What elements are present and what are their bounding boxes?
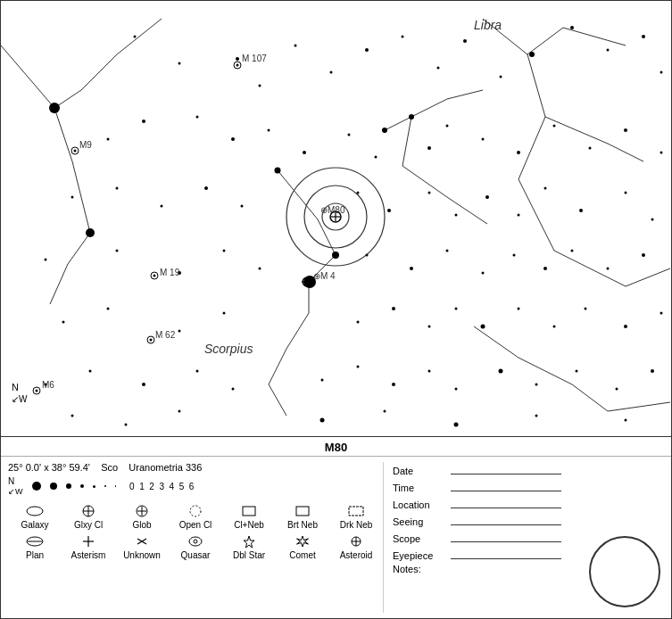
legend-quasar: Quasar	[169, 533, 222, 560]
svg-text:⊕M 4: ⊕M 4	[313, 271, 336, 281]
legend-brtneb: Brt Neb	[276, 503, 329, 530]
eyepiece-circle	[589, 536, 660, 607]
svg-line-32	[519, 358, 572, 384]
legend-comet: Comet	[276, 533, 329, 560]
svg-text:Libra: Libra	[474, 18, 502, 32]
legend-drkneb-label: Drk Neb	[340, 520, 373, 530]
svg-point-96	[579, 209, 583, 212]
svg-point-89	[357, 192, 360, 194]
comet-icon	[294, 533, 311, 549]
svg-text:M 19: M 19	[160, 268, 180, 277]
svg-point-136	[455, 388, 458, 391]
svg-point-70	[196, 116, 199, 119]
svg-point-43	[382, 128, 387, 133]
svg-line-28	[402, 117, 411, 166]
svg-point-126	[660, 312, 663, 315]
svg-marker-188	[244, 536, 254, 548]
legend-asterism-label: Asterism	[71, 550, 106, 560]
svg-point-97	[625, 192, 627, 194]
svg-text:M6: M6	[42, 380, 54, 390]
legend-galaxy-label: Galaxy	[21, 520, 48, 530]
svg-point-93	[485, 195, 489, 199]
svg-text:M 62: M 62	[155, 330, 176, 340]
svg-line-12	[545, 117, 608, 144]
svg-point-169	[27, 507, 43, 516]
svg-line-10	[563, 28, 626, 45]
legend-clneb: Cl+Neb	[222, 503, 276, 530]
svg-point-59	[402, 36, 404, 38]
svg-line-18	[278, 170, 318, 219]
field-scope: Scope	[393, 530, 561, 544]
svg-point-155	[153, 275, 156, 277]
field-notes-label: Notes:	[393, 564, 451, 574]
field-eyepiece-line	[451, 547, 561, 559]
svg-point-121	[481, 325, 485, 329]
svg-point-42	[275, 168, 281, 174]
svg-point-133	[357, 366, 360, 368]
svg-point-72	[268, 129, 270, 132]
svg-point-74	[348, 134, 351, 136]
legend-row-1: Galaxy Glxy Cl Glob	[8, 503, 383, 530]
legend-brtneb-label: Brt Neb	[287, 520, 318, 530]
info-panel: M80 25° 0.0' x 38° 59.4' Sco Uranometria…	[0, 437, 672, 619]
svg-point-65	[607, 49, 610, 52]
svg-line-27	[447, 90, 483, 99]
svg-point-102	[223, 250, 226, 252]
compass: N ↙W	[12, 381, 27, 405]
svg-point-98	[651, 219, 654, 221]
svg-point-112	[642, 253, 645, 257]
svg-point-119	[428, 326, 431, 328]
svg-point-115	[178, 330, 181, 333]
field-seeing-label: Seeing	[393, 516, 451, 527]
field-seeing: Seeing	[393, 513, 561, 527]
svg-point-56	[295, 45, 297, 47]
svg-line-17	[626, 268, 670, 286]
svg-rect-179	[349, 507, 363, 516]
glob-icon	[133, 503, 151, 519]
svg-point-105	[410, 267, 413, 270]
svg-point-159	[36, 390, 38, 392]
svg-point-69	[142, 120, 145, 123]
svg-point-147	[454, 423, 459, 427]
legend-unknown: Unknown	[115, 533, 169, 560]
legend-plan-label: Plan	[26, 550, 44, 560]
svg-line-2	[81, 54, 117, 90]
field-time-label: Time	[393, 483, 451, 493]
legend-clneb-label: Cl+Neb	[234, 520, 264, 530]
quasar-icon	[187, 533, 204, 549]
svg-point-61	[463, 39, 467, 43]
dblstar-icon	[240, 533, 258, 549]
legend-plan: Plan	[8, 533, 62, 560]
mag-dot-3	[80, 484, 84, 488]
svg-line-15	[519, 179, 554, 251]
svg-line-14	[519, 117, 545, 179]
svg-line-31	[474, 326, 519, 358]
svg-line-24	[269, 384, 286, 416]
svg-line-25	[385, 117, 411, 130]
legend-unknown-label: Unknown	[123, 550, 161, 560]
mag-dot-5	[104, 485, 106, 487]
field-time: Time	[393, 479, 561, 493]
svg-line-19	[318, 219, 336, 255]
svg-point-125	[624, 325, 627, 328]
catalog-text: Uranometria 336	[129, 462, 202, 473]
svg-point-145	[320, 418, 325, 423]
svg-point-80	[553, 125, 556, 128]
svg-point-76	[427, 146, 431, 150]
svg-point-109	[543, 267, 547, 270]
glxycl-icon	[79, 503, 97, 519]
svg-point-108	[513, 254, 516, 257]
svg-line-23	[269, 349, 286, 384]
svg-point-144	[178, 410, 181, 413]
svg-point-157	[150, 339, 153, 342]
svg-point-52	[134, 36, 137, 38]
galaxy-icon	[26, 503, 44, 519]
magnitude-row: N↙W 0 1 2 3 4 5 6	[8, 476, 383, 496]
field-scope-label: Scope	[393, 533, 451, 544]
svg-point-138	[535, 384, 538, 386]
svg-point-104	[366, 254, 369, 257]
svg-point-57	[330, 71, 333, 74]
svg-point-58	[365, 48, 369, 52]
svg-point-77	[446, 125, 449, 128]
legend-opencl: Open Cl	[169, 503, 222, 530]
